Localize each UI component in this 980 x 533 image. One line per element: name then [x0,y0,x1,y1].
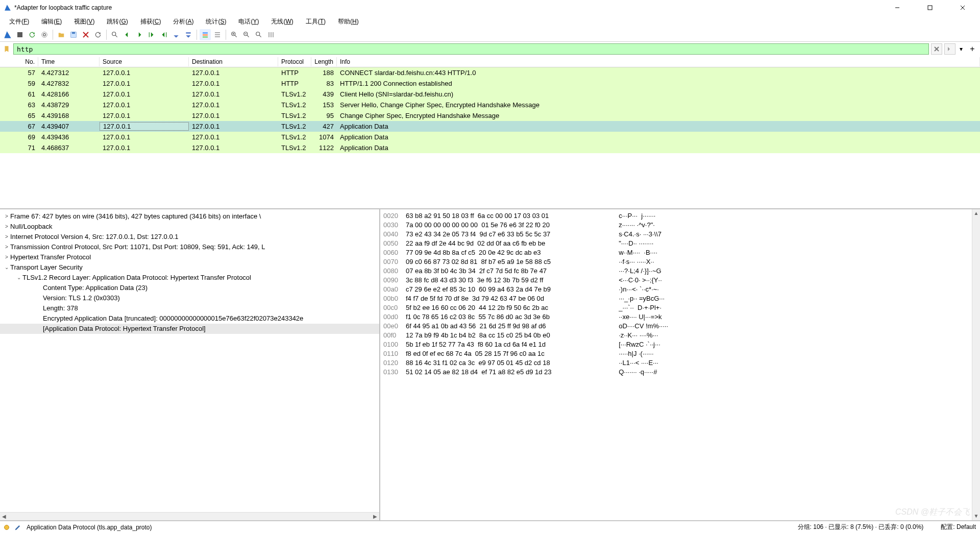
resize-all-button[interactable] [265,29,277,40]
status-profile[interactable]: 配置: Default [941,523,976,531]
hex-row[interactable]: 012088 16 4c 31 f1 02 ca 3c e9 97 05 01 … [383,358,977,368]
hex-row[interactable]: 008007 ea 8b 3f b0 4c 3b 34 2f c7 7d 5d … [383,266,977,276]
col-time[interactable]: Time [38,57,100,66]
packet-bytes-pane[interactable]: 002063 b8 a2 91 50 18 03 ff 6a cc 00 00 … [380,209,980,520]
hex-row[interactable]: 004073 e2 43 34 2e 05 73 f4 9d c7 e6 33 … [383,230,977,239]
filter-history-button[interactable]: ▾ [958,43,965,55]
packet-row[interactable]: 574.427312127.0.0.1127.0.0.1HTTP188CONNE… [0,67,980,78]
tree-row[interactable]: >Transmission Control Protocol, Src Port… [0,242,379,252]
hex-row[interactable]: 00b0f4 f7 de 5f fd 70 df 8e 3d 79 42 63 … [383,294,977,303]
hex-row[interactable]: 006077 09 9e 4d 8b 8a cf c5 20 0e 42 9c … [383,248,977,257]
window-title: *Adapter for loopback traffic capture [14,4,886,11]
col-proto[interactable]: Protocol [278,57,311,66]
hex-row[interactable]: 005022 aa f9 df 2e 44 bc 9d 02 dd 0f aa … [383,239,977,248]
tree-row[interactable]: [Application Data Protocol: Hypertext Tr… [0,324,379,334]
packet-row[interactable]: 654.439168127.0.0.1127.0.0.1TLSv1.295Cha… [0,110,980,121]
edit-icon[interactable] [14,524,21,531]
tree-row[interactable]: >Frame 67: 427 bytes on wire (3416 bits)… [0,211,379,222]
menu-item-4[interactable]: 捕获(C) [136,16,165,27]
packet-details-pane[interactable]: >Frame 67: 427 bytes on wire (3416 bits)… [0,209,380,520]
bookmark-icon[interactable] [2,44,11,54]
tree-row[interactable]: Version: TLS 1.2 (0x0303) [0,293,379,303]
clear-filter-button[interactable] [931,43,942,55]
hex-row[interactable]: 00c05f b2 ee 16 60 cc 06 20 44 12 2b f9 … [383,303,977,312]
open-file-button[interactable] [56,29,67,40]
expert-info-icon[interactable] [4,525,9,530]
reload-button[interactable] [92,29,104,40]
go-forward-button[interactable] [134,29,145,40]
tree-row[interactable]: ⌄TLSv1.2 Record Layer: Application Data … [0,273,379,283]
packet-row[interactable]: 714.468637127.0.0.1127.0.0.1TLSv1.21122A… [0,142,980,153]
status-right: 分组: 106 · 已显示: 8 (7.5%) · 已丢弃: 0 (0.0%) [798,523,924,531]
col-src[interactable]: Source [100,57,189,66]
zoom-in-button[interactable] [229,29,240,40]
find-packet-button[interactable] [109,29,120,40]
capture-options-button[interactable] [39,29,50,40]
packet-row[interactable]: 614.428166127.0.0.1127.0.0.1TLSv1.2439Cl… [0,89,980,100]
close-button[interactable] [951,1,974,15]
fin-icon[interactable] [2,29,13,40]
hex-row[interactable]: 00307a 00 00 00 00 00 00 00 01 5e 76 e6 … [383,221,977,230]
menu-item-1[interactable]: 编辑(E) [37,16,66,27]
zoom-out-button[interactable] [241,29,252,40]
col-dst[interactable]: Destination [189,57,278,66]
restart-capture-button[interactable] [27,29,38,40]
menu-item-8[interactable]: 无线(W) [267,16,297,27]
col-info[interactable]: Info [337,57,980,66]
stop-capture-button[interactable] [14,29,26,40]
go-first-button[interactable] [158,29,169,40]
hex-row[interactable]: 00d0f1 0c 78 65 16 c2 03 8c 55 7c 86 d0 … [383,312,977,322]
packet-list-pane: No. Time Source Destination Protocol Len… [0,56,980,209]
titlebar: *Adapter for loopback traffic capture [0,0,980,15]
hex-row[interactable]: 007009 c0 66 87 73 02 8d 81 8f b7 e5 a9 … [383,257,977,266]
menu-item-9[interactable]: 工具(T) [302,16,330,27]
go-last-button[interactable] [170,29,182,40]
hex-row[interactable]: 0110f8 ed 0f ef ec 68 7c 4a 05 28 15 7f … [383,349,977,358]
packet-row[interactable]: 594.427832127.0.0.1127.0.0.1HTTP83HTTP/1… [0,78,980,89]
resize-columns-button[interactable] [212,29,223,40]
hex-row[interactable]: 00e06f 44 95 a1 0b ad 43 56 21 6d 25 ff … [383,322,977,331]
hex-row[interactable]: 01005b 1f eb 1f 52 77 7a 43 f8 60 1a cd … [383,340,977,349]
go-to-packet-button[interactable] [146,29,157,40]
tree-row[interactable]: >Internet Protocol Version 4, Src: 127.0… [0,232,379,242]
vscrollbar[interactable]: ▲▼ [972,209,980,520]
menu-item-10[interactable]: 帮助(H) [334,16,363,27]
add-filter-button[interactable]: + [967,43,978,55]
go-back-button[interactable] [121,29,133,40]
col-no[interactable]: No. [0,57,38,66]
tree-row[interactable]: Length: 378 [0,303,379,313]
zoom-reset-button[interactable] [253,29,264,40]
packet-row[interactable]: 674.439407127.0.0.1127.0.0.1TLSv1.2427Ap… [0,121,980,132]
packet-row[interactable]: 634.438729127.0.0.1127.0.0.1TLSv1.2153Se… [0,100,980,110]
hscrollbar[interactable]: ◀▶ [0,512,379,520]
hex-row[interactable]: 002063 b8 a2 91 50 18 03 ff 6a cc 00 00 … [383,211,977,221]
svg-rect-4 [17,32,22,37]
menu-item-6[interactable]: 统计(S) [202,16,230,27]
menu-item-0[interactable]: 文件(F) [5,16,33,27]
svg-rect-18 [203,36,208,38]
hex-row[interactable]: 00f012 7a b9 f9 4b 1c b4 b2 8a cc 15 c0 … [383,331,977,340]
close-file-button[interactable] [80,29,91,40]
minimize-button[interactable] [886,1,909,15]
menu-item-5[interactable]: 分析(A) [169,16,198,27]
hex-row[interactable]: 00a0c7 29 6e e2 ef 85 3c 10 60 99 a4 63 … [383,285,977,294]
menu-item-2[interactable]: 视图(V) [70,16,99,27]
tree-row[interactable]: >Hypertext Transfer Protocol [0,252,379,262]
tree-row[interactable]: Encrypted Application Data [truncated]: … [0,313,379,324]
menu-item-3[interactable]: 跳转(G) [103,16,132,27]
tree-row[interactable]: >Null/Loopback [0,222,379,232]
tree-row[interactable]: ⌄Transport Layer Security [0,262,379,273]
packet-row[interactable]: 694.439436127.0.0.1127.0.0.1TLSv1.21074A… [0,132,980,142]
colorize-button[interactable] [200,29,211,40]
display-filter-input[interactable] [13,43,929,55]
status-left: Application Data Protocol (tls.app_data_… [27,524,152,531]
col-len[interactable]: Length [311,57,337,66]
maximize-button[interactable] [919,1,941,15]
tree-row[interactable]: Content Type: Application Data (23) [0,283,379,293]
save-file-button[interactable] [68,29,79,40]
auto-scroll-button[interactable] [183,29,194,40]
hex-row[interactable]: 013051 02 14 05 ae 82 18 d4 ef 71 a8 82 … [383,368,977,377]
hex-row[interactable]: 00903c 88 fc d8 43 d3 30 f3 3e f6 12 3b … [383,276,977,285]
menu-item-7[interactable]: 电话(Y) [234,16,263,27]
apply-filter-button[interactable] [944,43,955,55]
